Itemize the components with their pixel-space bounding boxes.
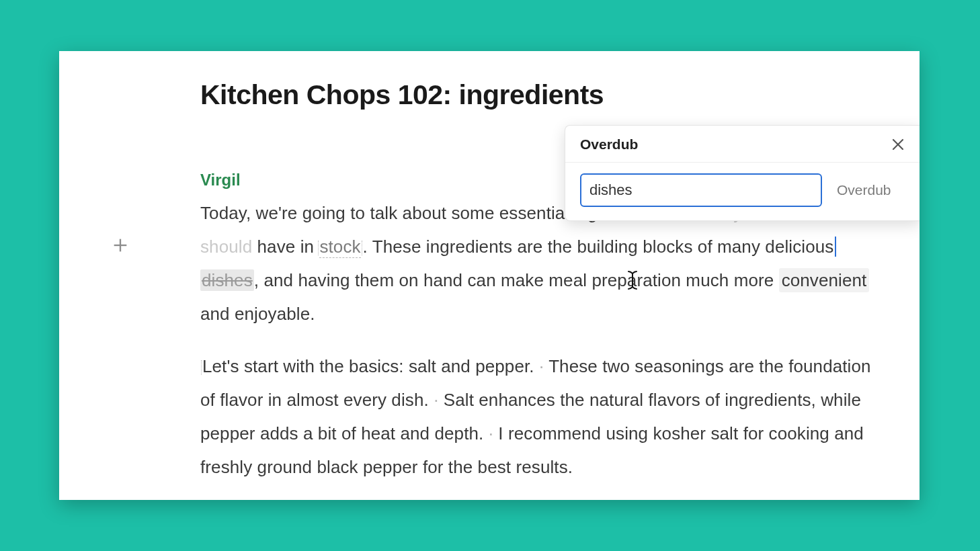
paragraph-2[interactable]: Let's start with the basics: salt and pe… [200, 349, 886, 484]
insertion-caret [835, 237, 836, 257]
text-run: have in [257, 237, 315, 257]
text-run: Today, we're going to talk about some es… [200, 203, 622, 223]
app-window: Kitchen Chops 102: ingredients Virgil To… [59, 51, 920, 500]
overdub-text-input[interactable] [580, 173, 822, 207]
word-boundary [362, 241, 362, 255]
overdub-target-dishes[interactable]: dishes [200, 269, 254, 291]
speaker-label: Virgil [200, 171, 241, 189]
sentence-separator: · [489, 423, 493, 443]
add-line-button[interactable] [111, 236, 130, 255]
word-boundary [201, 360, 202, 375]
transcript-body[interactable]: Today, we're going to talk about some es… [200, 196, 886, 500]
text-run: , and having them on hand can make meal … [254, 270, 779, 290]
highlighted-word-convenient[interactable]: convenient [779, 268, 870, 292]
text-run: . These ingredients are the building blo… [363, 237, 834, 257]
overdub-header: Overdub [565, 126, 920, 163]
overdub-apply-button[interactable]: Overdub [837, 182, 891, 198]
overdub-suggestion-stock[interactable]: stock [319, 237, 360, 258]
overdub-body: Overdub [565, 163, 920, 220]
close-button[interactable] [890, 136, 906, 153]
text-run: Let's start with the basics: salt and pe… [202, 356, 539, 376]
word-bracket [314, 237, 317, 257]
text-run: and enjoyable. [200, 304, 315, 324]
document-title: Kitchen Chops 102: ingredients [200, 79, 604, 111]
overdub-title: Overdub [580, 136, 638, 153]
overdub-panel: Overdub Overdub [565, 125, 920, 221]
